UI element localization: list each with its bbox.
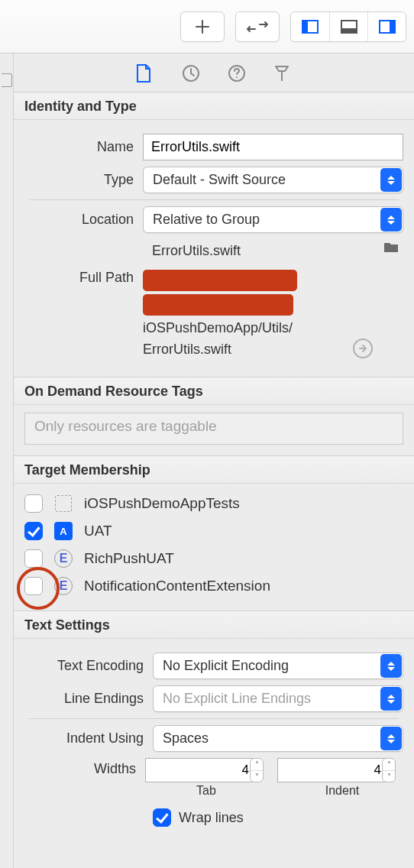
attributes-inspector-tab[interactable] xyxy=(273,64,292,83)
chevron-updown-icon xyxy=(380,687,402,711)
tags-header: On Demand Resource Tags xyxy=(14,377,414,405)
extension-target-icon: E xyxy=(54,549,73,568)
inspector-panel: Identity and Type Name Type Default - Sw… xyxy=(14,53,414,868)
redacted-text: Redac/redacted-ios-app/ xyxy=(143,294,293,316)
app-target-icon: A xyxy=(54,522,73,540)
left-tab[interactable] xyxy=(2,73,12,87)
type-label: Type xyxy=(24,172,143,188)
target-label: NotificationContentExtension xyxy=(84,578,270,594)
inspector-tabs xyxy=(14,53,414,92)
target-label: RichPushUAT xyxy=(84,550,174,567)
target-label: UAT xyxy=(84,523,112,539)
tags-input: Only resources are taggable xyxy=(24,413,403,445)
test-target-icon xyxy=(55,495,72,512)
folder-icon[interactable] xyxy=(383,241,399,253)
file-inspector-tab[interactable] xyxy=(136,64,154,83)
name-input[interactable] xyxy=(143,134,403,160)
encoding-label: Text Encoding xyxy=(24,658,153,674)
type-select[interactable]: Default - Swift Source xyxy=(143,167,403,193)
encoding-select[interactable]: No Explicit Encoding xyxy=(153,653,403,679)
endings-select[interactable]: No Explicit Line Endings xyxy=(153,685,403,712)
wrap-lines-label: Wrap lines xyxy=(179,810,244,826)
text-settings-header: Text Settings xyxy=(14,611,414,639)
indent-label: Indent Using xyxy=(24,730,153,747)
chevron-updown-icon xyxy=(380,208,402,232)
reveal-arrow-icon[interactable] xyxy=(353,338,373,358)
tab-stepper[interactable]: ˄˅ xyxy=(250,758,264,782)
svg-rect-3 xyxy=(341,28,357,33)
name-label: Name xyxy=(24,139,143,155)
svg-point-8 xyxy=(236,76,238,78)
identity-header: Identity and Type xyxy=(14,92,414,120)
chevron-updown-icon xyxy=(380,727,402,750)
left-panel-toggle[interactable] xyxy=(291,12,329,41)
wrap-lines-checkbox[interactable] xyxy=(153,808,171,827)
indent-width-input[interactable] xyxy=(277,758,388,782)
svg-rect-1 xyxy=(302,21,308,33)
swap-button[interactable] xyxy=(235,11,280,42)
target-checkbox[interactable] xyxy=(24,522,43,540)
history-inspector-tab[interactable] xyxy=(182,64,200,83)
indent-select[interactable]: Spaces xyxy=(153,725,403,752)
location-label: Location xyxy=(24,212,143,228)
target-checkbox[interactable] xyxy=(24,494,43,513)
fullpath-label: Full Path xyxy=(24,268,143,286)
layout-segment xyxy=(290,11,406,42)
target-label: iOSPushDemoAppTests xyxy=(84,495,240,512)
redacted-text: /Users/redacted/Projects/ xyxy=(143,270,297,291)
location-info: ErrorUtils.swift xyxy=(24,239,403,262)
right-panel-toggle[interactable] xyxy=(367,12,406,41)
help-inspector-tab[interactable] xyxy=(228,64,246,83)
chevron-updown-icon xyxy=(380,168,402,192)
add-button[interactable] xyxy=(180,11,225,42)
indent-caption: Indent xyxy=(281,784,403,798)
fullpath-value: /Users/redacted/Projects/ Redac/redacted… xyxy=(143,268,403,360)
toolbar xyxy=(0,0,414,53)
left-gutter xyxy=(0,53,14,868)
membership-header: Target Membership xyxy=(14,455,414,484)
tab-width-input[interactable] xyxy=(145,758,256,782)
chevron-updown-icon xyxy=(380,654,402,678)
bottom-panel-toggle[interactable] xyxy=(329,12,367,41)
tab-caption: Tab xyxy=(145,784,267,798)
indent-stepper[interactable]: ˄˅ xyxy=(382,758,396,782)
svg-rect-5 xyxy=(390,21,395,33)
extension-target-icon: E xyxy=(54,577,73,595)
endings-label: Line Endings xyxy=(24,691,153,707)
target-checkbox[interactable] xyxy=(24,577,43,595)
widths-label: Widths xyxy=(24,758,145,777)
location-select[interactable]: Relative to Group xyxy=(143,206,403,233)
target-checkbox[interactable] xyxy=(24,549,43,568)
